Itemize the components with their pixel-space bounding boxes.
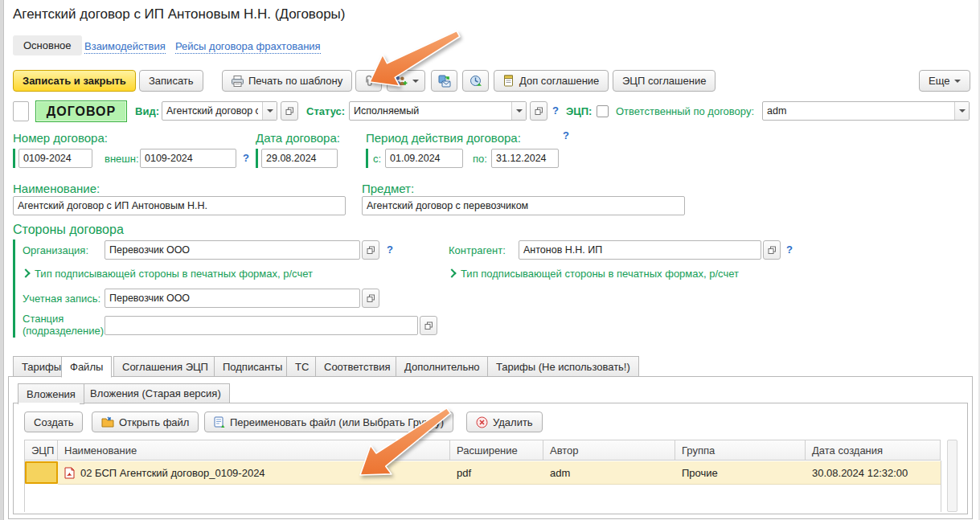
station-label: Станция (подразделение): [23, 313, 103, 337]
row-cell-name[interactable]: 02 БСП Агентский договор_0109-2024 [58, 461, 450, 485]
chevron-down-icon [959, 109, 966, 113]
col-header-created[interactable]: Дата создания [806, 440, 941, 461]
open-form-icon [367, 294, 375, 303]
print-by-template-button[interactable]: Печать по шаблону [222, 70, 352, 92]
responsible-input[interactable] [763, 102, 954, 120]
vid-label: Вид: [135, 105, 159, 117]
save-and-close-button[interactable]: Записать и закрыть [13, 70, 136, 92]
station-input[interactable] [105, 316, 418, 335]
tab-tarify-ne-ispolzovat[interactable]: Тарифы (Не использовать!) [487, 356, 639, 377]
tab-label: Файлы [70, 361, 103, 373]
status-open-button[interactable] [530, 101, 547, 121]
account-input[interactable] [105, 289, 360, 308]
col-label: Автор [550, 444, 579, 457]
period-from-input[interactable] [385, 149, 463, 168]
subject-input[interactable] [362, 196, 685, 215]
more-button[interactable]: Еще [919, 70, 970, 92]
vid-open-button[interactable] [281, 101, 298, 121]
col-header-group[interactable]: Группа [675, 440, 806, 461]
tab-label: Вложения [27, 388, 76, 400]
tab-label: ТС [295, 361, 309, 373]
col-label: Наименование [64, 444, 137, 457]
organization-help[interactable]: ? [387, 244, 393, 256]
status-dropdown-button[interactable] [511, 102, 526, 120]
vid-dropdown-button[interactable] [262, 102, 277, 120]
ecp-checkbox[interactable] [597, 105, 609, 117]
responsible-label: Ответственный по договору: [616, 105, 754, 117]
paperclip-icon [363, 75, 375, 88]
tab-label: Подписанты [223, 361, 282, 373]
tab-podpisanty[interactable]: Подписанты [214, 356, 291, 377]
organization-open-button[interactable] [362, 240, 379, 260]
create-attachment-button[interactable]: Создать [24, 411, 83, 432]
contract-form-window: Агентский договор с ИП Антоновым Н.Н. (Д… [0, 0, 980, 520]
tab-label: Дополнительно [404, 361, 480, 373]
status-input[interactable] [350, 102, 511, 120]
name-input[interactable] [13, 196, 346, 215]
add-contact-person-button[interactable] [387, 70, 425, 92]
row-cell-ecp[interactable] [25, 461, 58, 484]
status-combo[interactable] [349, 101, 527, 121]
open-file-button[interactable]: Открыть файл [92, 411, 199, 432]
row-cell-created[interactable]: 30.08.2024 12:32:00 [806, 461, 941, 485]
attach-file-button[interactable] [355, 70, 382, 92]
name-header: Наименование: [13, 182, 100, 195]
row-cell-extension[interactable]: pdf [450, 461, 543, 485]
row-cell-group[interactable]: Прочие [675, 461, 806, 485]
contract-number-header: Номер договора: [13, 131, 108, 145]
station-open-button[interactable] [420, 316, 437, 335]
copy-to-mail-button[interactable] [431, 70, 457, 92]
tab-sootvetstviya[interactable]: Соответствия [315, 356, 400, 377]
vid-input[interactable] [162, 102, 262, 120]
responsible-combo[interactable] [762, 101, 970, 121]
col-header-ecp[interactable]: ЭЦП [24, 440, 58, 461]
tab-dopolnitelno[interactable]: Дополнительно [396, 356, 489, 377]
period-help[interactable]: ? [563, 129, 569, 141]
save-button[interactable]: Записать [139, 70, 203, 92]
status-help[interactable]: ? [552, 104, 559, 117]
open-form-icon [367, 246, 375, 255]
organization-input[interactable] [105, 240, 360, 260]
contract-date-input[interactable] [261, 149, 338, 168]
active-tab-join [18, 403, 80, 404]
vid-combo[interactable] [162, 101, 277, 121]
tab-vzaimodeystviya[interactable]: Взаимодействия [84, 40, 166, 54]
row-cell-author[interactable]: adm [543, 461, 675, 485]
rename-file-label: Переименовать файл (или Выбрать Группу) [230, 416, 444, 428]
delete-label: Удалить [493, 416, 533, 428]
responsible-dropdown-button[interactable] [954, 102, 969, 120]
table-vertical-scrollbar[interactable] [947, 440, 957, 512]
tab-soglasheniya-ecp[interactable]: Соглашения ЭЦП [113, 356, 217, 377]
tab-vlozheniya[interactable]: Вложения [18, 383, 84, 404]
contragent-open-button[interactable] [763, 240, 781, 260]
cell-text: 02 БСП Агентский договор_0109-2024 [80, 467, 265, 479]
refresh-history-button[interactable] [462, 70, 489, 92]
contragent-input[interactable] [519, 240, 761, 260]
account-open-button[interactable] [362, 289, 379, 308]
tab-reisy-dogovora[interactable]: Рейсы договора фрахтования [175, 40, 321, 54]
print-label: Печать по шаблону [248, 75, 342, 87]
period-to-input[interactable] [491, 149, 559, 168]
sign-type-expander-right[interactable]: Тип подписывающей стороны в печатных фор… [449, 268, 739, 280]
dop-agreement-button[interactable]: Доп соглашение [494, 70, 609, 92]
tab-vlozheniya-staraya[interactable]: Вложения (Старая версия) [81, 383, 230, 403]
delete-attachment-button[interactable]: Удалить [466, 411, 543, 432]
col-header-author[interactable]: Автор [543, 440, 675, 461]
rename-file-button[interactable]: Переименовать файл (или Выбрать Группу) [204, 411, 453, 432]
contract-number-input[interactable] [18, 149, 92, 168]
tab-osnovnoe[interactable]: Основное [13, 35, 82, 55]
sign-type-label: Тип подписывающей стороны в печатных фор… [35, 268, 313, 280]
col-header-extension[interactable]: Расширение [450, 440, 543, 461]
open-form-icon [535, 107, 543, 116]
tab-ts[interactable]: ТС [286, 356, 318, 377]
cell-text: 30.08.2024 12:32:00 [812, 467, 908, 479]
extern-number-input[interactable] [140, 149, 236, 168]
contragent-help[interactable]: ? [786, 244, 793, 256]
ecp-agreement-button[interactable]: ЭЦП соглашение [613, 70, 716, 92]
col-header-name[interactable]: Наименование [58, 440, 450, 461]
dop-agreement-label: Доп соглашение [519, 75, 599, 87]
number-help[interactable]: ? [243, 152, 249, 164]
tab-faily[interactable]: Файлы [61, 356, 112, 378]
window-left-edge [0, 0, 4, 520]
sign-type-expander-left[interactable]: Тип подписывающей стороны в печатных фор… [23, 268, 313, 280]
